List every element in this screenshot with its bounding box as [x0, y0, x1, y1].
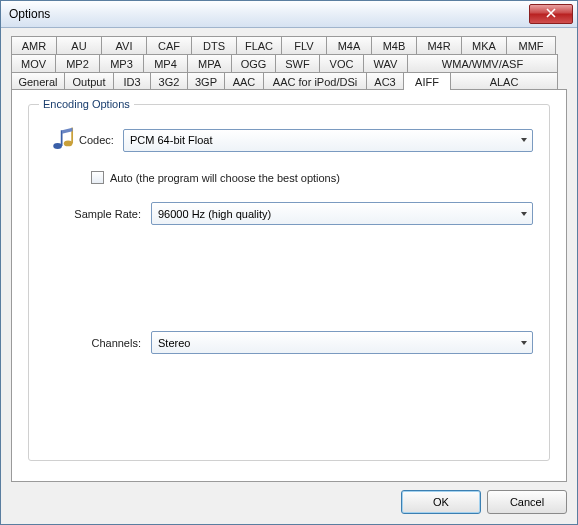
sample-rate-dropdown[interactable]: 96000 Hz (high quality) — [151, 202, 533, 225]
channels-dropdown[interactable]: Stereo — [151, 331, 533, 354]
chevron-down-icon — [514, 332, 532, 353]
tab-m4a[interactable]: M4A — [326, 36, 372, 54]
tab-au[interactable]: AU — [56, 36, 102, 54]
channels-value: Stereo — [152, 337, 514, 349]
tab-ogg[interactable]: OGG — [231, 54, 276, 72]
tab-m4r[interactable]: M4R — [416, 36, 462, 54]
dialog-buttons: OK Cancel — [11, 482, 567, 514]
codec-dropdown[interactable]: PCM 64-bit Float — [123, 129, 533, 152]
auto-row: Auto (the program will choose the best o… — [91, 171, 533, 184]
tab-mp3[interactable]: MP3 — [99, 54, 144, 72]
group-legend: Encoding Options — [39, 98, 134, 110]
tab-caf[interactable]: CAF — [146, 36, 192, 54]
tab-swf[interactable]: SWF — [275, 54, 320, 72]
tab-panel: Encoding Options — [11, 89, 567, 482]
tab-aac-for-ipod-dsi[interactable]: AAC for iPod/DSi — [263, 72, 367, 90]
tab-wma-wmv-asf[interactable]: WMA/WMV/ASF — [407, 54, 558, 72]
ok-button[interactable]: OK — [401, 490, 481, 514]
tab-flac[interactable]: FLAC — [236, 36, 282, 54]
tab-ac3[interactable]: AC3 — [366, 72, 404, 90]
tab-3g2[interactable]: 3G2 — [150, 72, 188, 90]
tab-mpa[interactable]: MPA — [187, 54, 232, 72]
tab-m4b[interactable]: M4B — [371, 36, 417, 54]
client-area: AMRAUAVICAFDTSFLACFLVM4AM4BM4RMKAMMF MOV… — [1, 28, 577, 524]
codec-label: Codec: — [79, 134, 123, 146]
codec-row: Codec: PCM 64-bit Float — [45, 125, 533, 155]
tab-output[interactable]: Output — [64, 72, 114, 90]
tab-general[interactable]: General — [11, 72, 65, 90]
close-icon — [546, 8, 556, 20]
channels-label: Channels: — [55, 337, 141, 349]
svg-point-1 — [64, 140, 73, 146]
tab-mov[interactable]: MOV — [11, 54, 56, 72]
tab-aac[interactable]: AAC — [224, 72, 264, 90]
auto-checkbox[interactable] — [91, 171, 104, 184]
titlebar: Options — [1, 1, 577, 28]
sample-rate-row: Sample Rate: 96000 Hz (high quality) — [55, 202, 533, 225]
window-title: Options — [5, 7, 529, 21]
tab-flv[interactable]: FLV — [281, 36, 327, 54]
tab-mp2[interactable]: MP2 — [55, 54, 100, 72]
close-button[interactable] — [529, 4, 573, 24]
codec-value: PCM 64-bit Float — [124, 134, 514, 146]
tab-alac[interactable]: ALAC — [450, 72, 558, 90]
tab-avi[interactable]: AVI — [101, 36, 147, 54]
sample-rate-value: 96000 Hz (high quality) — [152, 208, 514, 220]
sample-rate-label: Sample Rate: — [55, 208, 141, 220]
tab-strip: AMRAUAVICAFDTSFLACFLVM4AM4BM4RMKAMMF MOV… — [11, 36, 567, 90]
spacer — [45, 241, 533, 331]
tab-3gp[interactable]: 3GP — [187, 72, 225, 90]
tab-mp4[interactable]: MP4 — [143, 54, 188, 72]
tab-voc[interactable]: VOC — [319, 54, 364, 72]
tab-id3[interactable]: ID3 — [113, 72, 151, 90]
chevron-down-icon — [514, 130, 532, 151]
auto-label: Auto (the program will choose the best o… — [110, 172, 340, 184]
chevron-down-icon — [514, 203, 532, 224]
tab-wav[interactable]: WAV — [363, 54, 408, 72]
tab-dts[interactable]: DTS — [191, 36, 237, 54]
svg-point-0 — [53, 143, 62, 149]
tab-aiff[interactable]: AIFF — [403, 72, 451, 90]
channels-row: Channels: Stereo — [55, 331, 533, 354]
tab-mmf[interactable]: MMF — [506, 36, 556, 54]
note-icon — [45, 125, 79, 155]
cancel-button[interactable]: Cancel — [487, 490, 567, 514]
tab-mka[interactable]: MKA — [461, 36, 507, 54]
options-window: Options AMRAUAVICAFDTSFLACFLVM4AM4BM4RMK… — [0, 0, 578, 525]
encoding-options-group: Encoding Options — [28, 104, 550, 461]
tab-amr[interactable]: AMR — [11, 36, 57, 54]
